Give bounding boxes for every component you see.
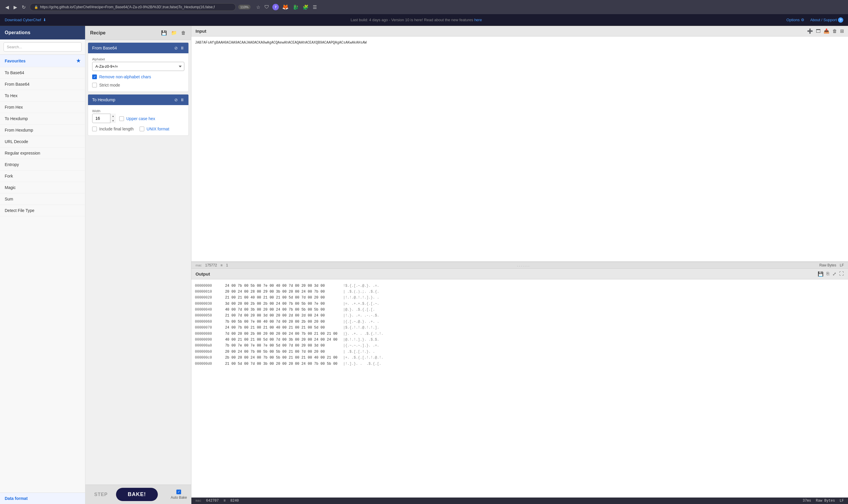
sidebar-item-entropy[interactable]: Entropy — [0, 159, 85, 170]
sidebar-item-detect-file-type[interactable]: Detect File Type — [0, 205, 85, 216]
forward-button[interactable]: ▶ — [12, 3, 19, 11]
input-window-button[interactable]: 🗖 — [816, 29, 820, 34]
output-mac-value: 642707 — [206, 499, 219, 503]
app-header: Download CyberChef ⬇ Last build: 4 days … — [0, 14, 848, 26]
input-import-button[interactable]: 📥 — [824, 28, 829, 34]
strict-mode-row[interactable]: Strict mode — [92, 83, 184, 87]
io-middle-dots: ....... — [232, 263, 816, 267]
support-button[interactable]: About / Support ? — [810, 17, 843, 23]
op-from-base64-pause[interactable]: ⏸ — [180, 46, 184, 50]
extensions-icon[interactable]: 🧩 — [302, 3, 309, 11]
unix-format-checkbox[interactable] — [140, 127, 144, 131]
op-to-hexdump-pause[interactable]: ⏸ — [180, 97, 184, 102]
input-add-button[interactable]: ➕ — [807, 28, 813, 34]
sidebar-item-from-hex[interactable]: From Hex — [0, 102, 85, 113]
star-icon[interactable]: ☆ — [255, 3, 261, 11]
back-button[interactable]: ◀ — [3, 3, 11, 11]
hex-dump-line: 00000000 24 00 7b 00 5b 00 7e 00 40 00 7… — [195, 283, 845, 289]
recipe-save-button[interactable]: 💾 — [161, 30, 167, 36]
sidebar-item-from-base64[interactable]: From Base64 — [0, 78, 85, 90]
sidebar-data-format[interactable]: Data format — [0, 492, 85, 504]
sidebar-list: Favourites ★ To Base64 From Base64 To He… — [0, 55, 85, 492]
options-button[interactable]: Options ⚙ — [787, 18, 805, 22]
include-length-checkbox[interactable] — [92, 127, 97, 131]
op-to-hexdump-disable[interactable]: ⊘ — [174, 97, 178, 102]
search-input[interactable] — [3, 42, 82, 52]
here-link[interactable]: here — [474, 18, 482, 22]
recipe-op-from-base64: From Base64 ⊘ ⏸ Alphabet A-Za-z0-9+/= ✓ … — [88, 42, 189, 92]
sidebar-item-magic[interactable]: Magic — [0, 182, 85, 194]
recipe-folder-button[interactable]: 📁 — [170, 30, 178, 36]
hex-bytes: 7b 00 5b 00 7e 00 40 00 7d 00 20 00 2b 0… — [221, 319, 339, 325]
sidebar-item-url-decode[interactable]: URL Decode — [0, 136, 85, 147]
star-icon: ★ — [76, 58, 80, 64]
input-trash-button[interactable]: 🗑 — [832, 29, 837, 34]
output-lf: LF — [840, 499, 844, 503]
input-panel: Input ➕ 🗖 📥 🗑 ⊞ JAB7AFsAfgBAAH0AIAA9ACAA… — [192, 26, 848, 262]
hex-bytes: 7d 00 20 00 2b 00 20 00 20 00 24 00 7b 0… — [221, 331, 339, 337]
hex-addr: 000000d0 — [195, 361, 218, 367]
item-label: From Hex — [5, 105, 23, 109]
output-lines-value: 8240 — [230, 499, 239, 503]
auto-bake-row[interactable]: ✓ — [176, 490, 181, 494]
hex-ascii: |@.}. .$.{.[.[. — [341, 307, 375, 313]
lf-label: LF — [840, 263, 844, 267]
include-length-row[interactable]: Include final length — [92, 127, 134, 131]
output-fullscreen-button[interactable]: ⛶ — [839, 271, 844, 276]
hex-ascii: |$.{.!.!.@.!.!.]. — [341, 325, 379, 330]
op-from-base64-icons: ⊘ ⏸ — [174, 46, 184, 50]
input-layout-button[interactable]: ⊞ — [840, 28, 844, 34]
item-label: Regular expression — [5, 151, 40, 156]
hex-dump-line: 000000a0 7b 00 7e 00 7e 00 7e 00 5d 00 7… — [195, 343, 845, 348]
hex-ascii: |+. .$.{.[.!.!.@.!. — [341, 355, 383, 361]
hex-bytes: 40 00 21 00 21 00 5d 00 7d 00 3b 00 20 0… — [221, 337, 339, 343]
strict-mode-checkbox[interactable] — [92, 83, 97, 87]
op-from-base64-disable[interactable]: ⊘ — [174, 46, 178, 50]
hex-dump-line: 000000d0 21 00 5d 00 7d 00 3b 00 20 00 2… — [195, 361, 845, 367]
upper-case-checkbox[interactable] — [119, 116, 124, 121]
sidebar-item-sum[interactable]: Sum — [0, 194, 85, 205]
address-bar[interactable]: 🔒 https://gchq.github.io/CyberChef/#reci… — [30, 3, 236, 11]
hex-dump-line: 00000020 21 00 21 00 40 00 21 00 21 00 5… — [195, 295, 845, 301]
remove-nonalpha-checkbox[interactable]: ✓ — [92, 74, 97, 79]
width-decrement[interactable]: ▼ — [110, 118, 116, 123]
hex-ascii: |=. .+.+.$.{.[.~. — [341, 301, 379, 307]
bake-button[interactable]: BAKE! — [116, 488, 158, 501]
output-lines-icon: ≡ — [223, 499, 225, 503]
input-content[interactable]: JAB7AFsAfgBAAH0AIAA9ACAAJAAOACKA0wAgACQA… — [192, 36, 848, 262]
output-expand-button[interactable]: ⤢ — [832, 271, 836, 277]
refresh-button[interactable]: ↻ — [20, 3, 28, 11]
op-from-base64-title: From Base64 — [92, 46, 117, 50]
output-save-button[interactable]: 💾 — [818, 271, 824, 277]
output-copy-button[interactable]: ⎘ — [827, 271, 829, 276]
download-button[interactable]: Download CyberChef ⬇ — [5, 18, 46, 22]
hex-bytes: 21 00 5d 00 7d 00 3b 00 20 00 20 00 24 0… — [221, 361, 339, 367]
menu-icon[interactable]: ☰ — [312, 3, 318, 11]
upper-case-row[interactable]: Upper case hex — [119, 116, 155, 121]
hex-bytes: 20 00 24 00 28 00 29 00 3b 00 20 00 24 0… — [221, 289, 339, 295]
sidebar-item-from-hexdump[interactable]: From Hexdump — [0, 125, 85, 136]
width-increment[interactable]: ▲ — [110, 114, 116, 118]
recipe-panel: Recipe 💾 📁 🗑 From Base64 ⊘ ⏸ Alphabet — [85, 26, 192, 504]
sidebar-item-to-base64[interactable]: To Base64 — [0, 67, 85, 78]
io-middle-right: Raw Bytes LF — [819, 263, 844, 267]
alphabet-select[interactable]: A-Za-z0-9+/= — [92, 62, 184, 71]
output-title: Output — [196, 271, 210, 276]
remove-nonalpha-row[interactable]: ✓ Remove non-alphabet chars — [92, 74, 184, 79]
format-row: Include final length UNIX format — [92, 127, 184, 131]
recipe-trash-button[interactable]: 🗑 — [180, 30, 186, 36]
step-button[interactable]: STEP — [90, 490, 112, 500]
remove-nonalpha-label: Remove non-alphabet chars — [99, 74, 151, 79]
hex-addr: 000000a0 — [195, 343, 218, 348]
sidebar-item-favourites[interactable]: Favourites ★ — [0, 55, 85, 67]
auto-bake-checkbox[interactable]: ✓ — [176, 490, 181, 494]
item-label: Sum — [5, 197, 13, 201]
sidebar-item-regex[interactable]: Regular expression — [0, 147, 85, 159]
profile-icon[interactable]: 7 — [272, 4, 279, 10]
sidebar-item-to-hex[interactable]: To Hex — [0, 90, 85, 102]
unix-format-row[interactable]: UNIX format — [140, 127, 169, 131]
sidebar-item-fork[interactable]: Fork — [0, 170, 85, 182]
shield-icon[interactable]: 🛡 — [264, 3, 270, 11]
input-text: JAB7AFsAfgBAAH0AIAA9ACAAJAAOACKA0wAgACQA… — [195, 41, 366, 45]
sidebar-item-to-hexdump[interactable]: To Hexdump — [0, 113, 85, 125]
